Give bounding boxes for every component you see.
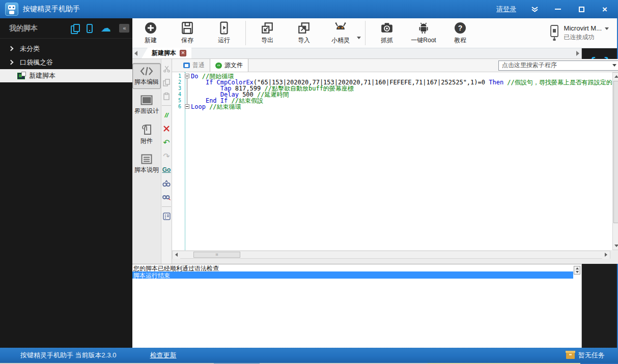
login-link[interactable]: 请登录 <box>496 5 516 14</box>
edit-toolbar: // ↶ ↷ Go <box>161 59 172 264</box>
tree-group-label: 未分类 <box>20 44 40 53</box>
statusbar: 按键精灵手机助手 当前版本2.3.0 检查更新 暂无任务 <box>0 348 618 363</box>
search-placeholder: 点击这里搜索子程序 <box>502 61 557 70</box>
module-nav: 脚本编辑 界面设计 附件 脚本说明 <box>132 59 161 264</box>
tab-normal-mode[interactable]: 普通 <box>178 59 210 72</box>
code-icon <box>140 66 153 76</box>
maximize-button[interactable] <box>576 4 586 14</box>
sprite-dropdown-caret[interactable] <box>357 37 361 39</box>
script-sidebar: 我的脚本 ☁ « 未分类 口袋楓之谷 新建脚本 <box>0 18 132 348</box>
check-update-link[interactable]: 检查更新 <box>150 351 177 360</box>
fold-collapse-icon[interactable] <box>185 104 189 109</box>
code-lines[interactable]: 1Do //開始循環2 If CmpColorEx("65|153|202020… <box>172 72 612 250</box>
nav-attachments[interactable]: 附件 <box>132 121 161 148</box>
sprite-robot-icon <box>334 21 347 35</box>
scroll-right-icon[interactable] <box>602 251 610 259</box>
empty-area <box>132 283 581 348</box>
scroll-up-icon[interactable] <box>613 73 618 80</box>
save-button[interactable]: 保存 <box>169 19 206 47</box>
device-name: Microvirt M... <box>564 24 602 32</box>
paperclip-icon <box>141 124 153 135</box>
cloud-icon[interactable]: ☁ <box>101 23 111 33</box>
tree-group-uncategorized[interactable]: 未分类 <box>0 42 132 55</box>
script-settings-icon[interactable] <box>161 211 172 221</box>
camera-icon <box>380 21 394 35</box>
skin-menu-icon[interactable] <box>529 4 540 14</box>
subroutine-search-dropdown[interactable]: 点击这里搜索子程序 <box>498 60 618 71</box>
scripts-icon[interactable] <box>71 24 78 33</box>
script-file-icon <box>17 73 25 79</box>
code-area[interactable]: 1Do //開始循環2 If CmpColorEx("65|153|202020… <box>172 72 618 250</box>
sprite-button[interactable]: 小精灵 <box>322 19 359 47</box>
device-status: 已连接成功 <box>564 33 609 42</box>
nav-script-edit[interactable]: 脚本编辑 <box>132 63 161 89</box>
import-icon <box>297 21 311 35</box>
close-button[interactable]: × <box>600 4 610 14</box>
svg-text:?: ? <box>458 24 463 32</box>
redo-icon[interactable]: ↷ <box>161 151 172 161</box>
nav-ui-design[interactable]: 界面设计 <box>132 92 161 118</box>
app-logo-icon <box>5 3 18 16</box>
normal-mode-icon <box>183 63 190 68</box>
tabs-scroll-left-icon[interactable] <box>132 48 139 58</box>
tree-item-new-script[interactable]: 新建脚本 <box>0 69 132 82</box>
workspace: 脚本编辑 界面设计 附件 脚本说明 <box>132 59 581 264</box>
goto-line-button[interactable]: Go <box>161 165 172 174</box>
code-line[interactable]: 6Loop //結束循環 <box>172 104 612 110</box>
device-scripts-icon[interactable] <box>87 24 93 33</box>
horizontal-scrollbar[interactable] <box>172 251 610 259</box>
chevron-down-icon <box>612 64 616 67</box>
tab-new-script[interactable]: 新建脚本 ✕ <box>142 48 191 58</box>
device-dropdown-caret[interactable] <box>605 27 609 30</box>
tabs-scroll-right-icon[interactable] <box>574 48 581 58</box>
log-scroll-spinner[interactable] <box>574 266 580 275</box>
log-row-selected[interactable]: 脚本运行结束 <box>132 271 573 279</box>
scroll-left-icon[interactable] <box>173 251 180 259</box>
document-lines-icon <box>141 154 152 164</box>
paste-icon[interactable] <box>161 92 172 101</box>
layout-icon <box>141 95 153 105</box>
root-button[interactable]: 一键Root <box>405 19 442 47</box>
scroll-down-icon[interactable] <box>613 242 618 250</box>
log-row[interactable]: 您的脚本已经顺利通过语法检查 <box>132 264 581 271</box>
cut-icon[interactable] <box>161 64 172 73</box>
fold-collapse-icon[interactable] <box>185 74 189 78</box>
line-number: 5 <box>172 98 183 104</box>
nav-script-notes[interactable]: 脚本说明 <box>132 151 161 177</box>
tab-label: 新建脚本 <box>152 49 176 57</box>
new-button[interactable]: 新建 <box>132 19 169 47</box>
tab-source-mode[interactable]: ‹› 源文件 <box>210 59 248 72</box>
export-button[interactable]: 导出 <box>249 19 286 47</box>
task-status[interactable]: 暂无任务 <box>566 351 605 360</box>
minimize-button[interactable] <box>553 4 563 14</box>
toolbar-separator <box>162 206 171 207</box>
line-number: 4 <box>172 92 183 98</box>
line-number: 2 <box>172 79 183 85</box>
run-button[interactable]: 运行 <box>206 19 242 47</box>
tree-group-maple[interactable]: 口袋楓之谷 <box>0 55 132 69</box>
tab-close-icon[interactable]: ✕ <box>180 50 186 56</box>
tutorial-button[interactable]: ? 教程 <box>442 19 479 47</box>
floppy-icon <box>181 21 194 35</box>
line-number: 6 <box>172 104 183 110</box>
find-icon[interactable] <box>161 179 172 188</box>
find-next-icon[interactable] <box>161 193 172 202</box>
android-icon <box>417 21 430 35</box>
copy-icon[interactable] <box>161 78 172 87</box>
hscroll-thumb[interactable] <box>193 252 240 258</box>
comment-icon[interactable]: // <box>161 110 172 119</box>
undo-icon[interactable]: ↶ <box>161 138 172 147</box>
vscroll-thumb[interactable] <box>613 81 618 223</box>
fold-margin[interactable] <box>183 104 191 110</box>
vertical-scrollbar[interactable] <box>612 72 618 250</box>
question-circle-icon: ? <box>454 21 467 35</box>
import-button[interactable]: 导入 <box>286 19 322 47</box>
device-selector[interactable]: Microvirt M... 已连接成功 <box>549 24 618 42</box>
capture-button[interactable]: 抓抓 <box>369 19 405 47</box>
toolbar-separator <box>162 105 171 106</box>
uncomment-icon[interactable] <box>161 124 172 133</box>
sidebar-title: 我的脚本 <box>9 24 38 33</box>
task-box-icon <box>566 352 575 359</box>
sidebar-collapse-button[interactable]: « <box>119 24 129 33</box>
chevron-right-icon <box>9 60 14 65</box>
